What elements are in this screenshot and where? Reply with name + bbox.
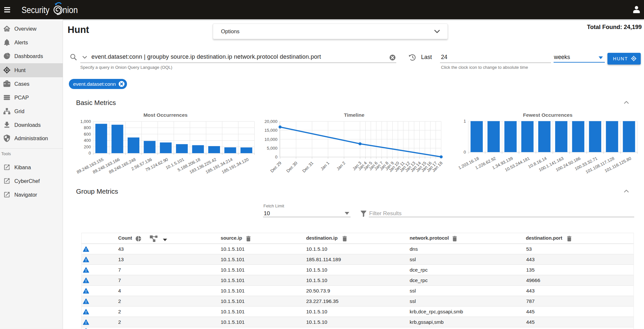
svg-text:1: 1 xyxy=(463,119,466,124)
svg-text:Most Occurrences: Most Occurrences xyxy=(143,112,187,118)
svg-text:20,000: 20,000 xyxy=(264,119,277,124)
svg-text:Jan 2: Jan 2 xyxy=(336,160,346,171)
svg-text:600: 600 xyxy=(84,132,91,137)
svg-text:200: 200 xyxy=(84,144,91,149)
svg-text:0: 0 xyxy=(275,155,277,159)
svg-text:Timeline: Timeline xyxy=(344,112,365,118)
svg-text:400: 400 xyxy=(84,138,91,143)
svg-text:89.248.163.155: 89.248.163.155 xyxy=(76,157,104,174)
svg-text:Dec 31: Dec 31 xyxy=(301,160,314,173)
svg-text:5,000: 5,000 xyxy=(267,146,277,151)
svg-text:0: 0 xyxy=(88,151,91,156)
svg-text:0: 0 xyxy=(463,150,466,155)
svg-text:1,000: 1,000 xyxy=(80,119,91,124)
svg-text:Dec 30: Dec 30 xyxy=(285,160,298,173)
svg-text:15,000: 15,000 xyxy=(264,128,277,133)
svg-text:101.108.117.128: 101.108.117.128 xyxy=(585,156,615,174)
svg-text:10,000: 10,000 xyxy=(264,137,277,142)
svg-text:Jan 1: Jan 1 xyxy=(320,160,330,171)
svg-text:Fewest Occurrences: Fewest Occurrences xyxy=(523,112,573,118)
svg-text:Dec 29: Dec 29 xyxy=(269,160,282,173)
svg-text:800: 800 xyxy=(84,125,91,130)
